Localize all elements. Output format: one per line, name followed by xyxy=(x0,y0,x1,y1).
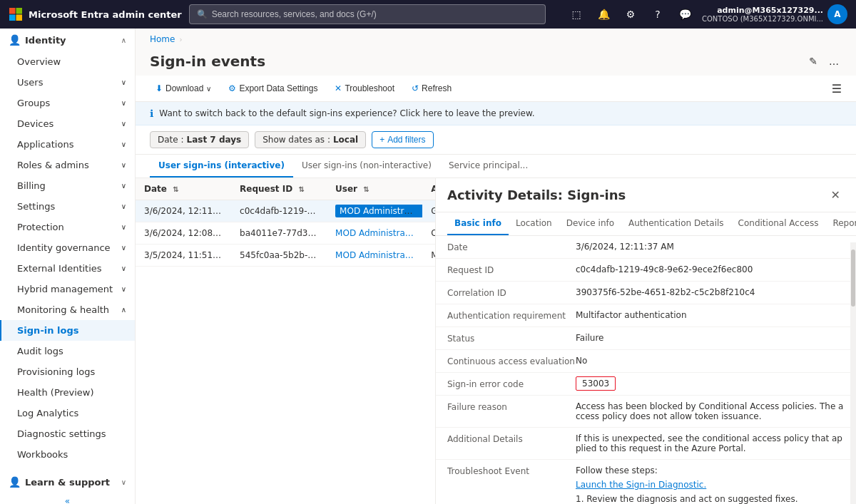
sidebar-item-groups[interactable]: Groups ∨ xyxy=(0,93,135,113)
col-request-id[interactable]: Request ID ⇅ xyxy=(231,178,327,200)
panel-tab-device-info[interactable]: Device info xyxy=(559,212,621,235)
detail-row-auth-requirement: Authentication requirement Multifactor a… xyxy=(436,304,856,327)
row1-user-link[interactable]: MOD Administrator xyxy=(335,205,422,217)
svg-rect-3 xyxy=(16,15,23,21)
launch-diagnostic-link[interactable]: Launch the Sign-in Diagnostic. xyxy=(576,480,706,490)
breadcrumb-home-link[interactable]: Home xyxy=(150,34,175,44)
show-dates-filter-chip[interactable]: Show dates as : Local xyxy=(255,131,366,148)
info-banner-text: Want to switch back to the default sign-… xyxy=(159,108,534,118)
sidebar-item-users[interactable]: Users ∨ xyxy=(0,72,135,93)
detail-label-auth-requirement: Authentication requirement xyxy=(447,310,576,321)
sidebar-item-external-identities[interactable]: External Identities ∨ xyxy=(0,258,135,279)
sidebar-item-sign-in-logs-label: Sign-in logs xyxy=(17,325,78,336)
panel-tab-conditional-access-label: Conditional Access xyxy=(738,218,819,228)
sidebar-item-applications[interactable]: Applications ∨ xyxy=(0,134,135,155)
row3-app: Microso... xyxy=(422,245,435,267)
table-row[interactable]: 3/6/2024, 12:11:37 AM c0c4dafb-1219-49c8… xyxy=(136,200,435,222)
column-options-icon[interactable]: ☰ xyxy=(832,82,842,96)
sidebar-item-settings[interactable]: Settings ∨ xyxy=(0,196,135,217)
add-filters-button[interactable]: + Add filters xyxy=(372,131,433,148)
settings-icon[interactable]: ⚙ xyxy=(621,4,641,24)
sidebar-item-health-preview[interactable]: Health (Preview) xyxy=(0,382,135,403)
sidebar-item-devices[interactable]: Devices ∨ xyxy=(0,113,135,134)
download-label: Download xyxy=(165,83,203,93)
user-avatar[interactable]: A xyxy=(827,4,847,24)
table-row[interactable]: 3/5/2024, 11:51:24 PM 545fc0aa-5b2b-47aa… xyxy=(136,245,435,267)
more-options-icon[interactable]: … xyxy=(826,53,842,70)
detail-value-status: Failure xyxy=(576,333,845,343)
refresh-button[interactable]: ↺ Refresh xyxy=(406,80,457,97)
panel-tab-report-only[interactable]: Report-only xyxy=(825,212,856,235)
detail-value-error-code: 53003 xyxy=(576,379,845,389)
sidebar-item-users-label: Users xyxy=(17,77,43,88)
detail-label-request-id: Request ID xyxy=(447,264,576,275)
help-icon[interactable]: ? xyxy=(648,4,668,24)
troubleshoot-button[interactable]: ✕ Troubleshoot xyxy=(329,80,400,97)
external-identities-chevron-icon: ∨ xyxy=(121,264,126,272)
col-user[interactable]: User ⇅ xyxy=(327,178,422,200)
search-bar[interactable]: 🔍 xyxy=(189,4,546,24)
row3-user: MOD Administrator xyxy=(327,245,422,267)
detail-value-date: 3/6/2024, 12:11:37 AM xyxy=(576,242,845,252)
request-id-sort-icon: ⇅ xyxy=(298,185,304,193)
panel-close-button[interactable]: ✕ xyxy=(827,187,845,203)
header-actions: ✎ … xyxy=(806,53,842,70)
edit-icon[interactable]: ✎ xyxy=(806,53,820,70)
sidebar-section-learn-support[interactable]: 👤 Learn & support ∨ xyxy=(0,470,135,493)
notifications-icon[interactable]: 🔔 xyxy=(593,4,613,24)
sidebar-item-overview[interactable]: Overview xyxy=(0,51,135,72)
sidebar-item-overview-label: Overview xyxy=(17,56,61,67)
tab-interactive[interactable]: User sign-ins (interactive) xyxy=(150,155,293,178)
detail-row-troubleshoot: Troubleshoot Event Follow these steps: L… xyxy=(436,460,856,504)
sidebar-item-monitoring[interactable]: Monitoring & health ∧ xyxy=(0,299,135,320)
tab-non-interactive[interactable]: User sign-ins (non-interactive) xyxy=(293,155,440,178)
panel-tab-basic-info[interactable]: Basic info xyxy=(447,212,509,235)
sidebar-item-workbooks[interactable]: Workbooks xyxy=(0,444,135,465)
page-title: Sign-in events xyxy=(150,53,265,70)
sidebar-item-roles[interactable]: Roles & admins ∨ xyxy=(0,155,135,175)
download-button[interactable]: ⬇ Download ∨ xyxy=(150,80,217,97)
refresh-icon: ↺ xyxy=(412,83,419,93)
main-layout: 👤 Identity ∧ Overview Users ∨ Groups ∨ D… xyxy=(0,29,856,504)
sidebar-item-billing[interactable]: Billing ∨ xyxy=(0,175,135,196)
feedback-icon[interactable]: 💬 xyxy=(675,4,695,24)
row2-date: 3/6/2024, 12:08:50 AM xyxy=(136,222,231,245)
export-icon: ⚙ xyxy=(228,83,236,93)
detail-label-status: Status xyxy=(447,333,576,344)
panel-tabs: Basic info Location Device info Authenti… xyxy=(436,212,856,236)
portal-settings-icon[interactable]: ⬚ xyxy=(566,4,586,24)
sidebar-item-diagnostic-settings[interactable]: Diagnostic settings xyxy=(0,423,135,444)
sidebar-item-log-analytics[interactable]: Log Analytics xyxy=(0,403,135,423)
export-data-settings-button[interactable]: ⚙ Export Data Settings xyxy=(223,80,323,97)
panel-tab-location-label: Location xyxy=(516,218,552,228)
sidebar-item-billing-label: Billing xyxy=(17,180,46,191)
sidebar-item-hybrid-management[interactable]: Hybrid management ∨ xyxy=(0,279,135,299)
search-input[interactable] xyxy=(212,9,538,19)
detail-row-additional-details: Additional Details If this is unexpected… xyxy=(436,428,856,460)
sidebar-item-protection[interactable]: Protection ∨ xyxy=(0,217,135,237)
user-sort-icon: ⇅ xyxy=(363,185,369,193)
table-row[interactable]: 3/6/2024, 12:08:50 AM ba4011e7-77d3-40e5… xyxy=(136,222,435,245)
sidebar-item-identity-governance[interactable]: Identity governance ∨ xyxy=(0,237,135,258)
col-date-label: Date xyxy=(144,184,167,194)
user-info[interactable]: admin@M365x127329... CONTOSO (M365X12732… xyxy=(702,4,847,24)
sidebar-item-audit-logs[interactable]: Audit logs xyxy=(0,341,135,361)
info-banner: ℹ Want to switch back to the default sig… xyxy=(136,102,856,125)
panel-tab-auth-details[interactable]: Authentication Details xyxy=(621,212,731,235)
panel-tab-conditional-access[interactable]: Conditional Access xyxy=(731,212,826,235)
date-filter-key: Date : xyxy=(158,135,184,145)
sidebar-collapse-icon[interactable]: « xyxy=(65,496,70,504)
detail-label-continuous-access: Continuous access evaluation xyxy=(447,356,576,366)
detail-row-failure-reason: Failure reason Access has been blocked b… xyxy=(436,396,856,428)
detail-label-error-code: Sign-in error code xyxy=(447,379,576,389)
roles-chevron-icon: ∨ xyxy=(121,161,126,169)
tab-service-principal[interactable]: Service principal... xyxy=(440,155,536,178)
sidebar-item-diagnostic-settings-label: Diagnostic settings xyxy=(17,428,106,439)
sidebar-item-provisioning-logs[interactable]: Provisioning logs xyxy=(0,361,135,382)
panel-tab-location[interactable]: Location xyxy=(509,212,559,235)
sidebar-section-identity[interactable]: 👤 Identity ∧ xyxy=(0,29,135,51)
sidebar-item-sign-in-logs[interactable]: Sign-in logs xyxy=(0,320,135,341)
col-date[interactable]: Date ⇅ xyxy=(136,178,231,200)
col-app[interactable]: Applica... xyxy=(422,178,435,200)
date-filter-chip[interactable]: Date : Last 7 days xyxy=(150,131,249,148)
